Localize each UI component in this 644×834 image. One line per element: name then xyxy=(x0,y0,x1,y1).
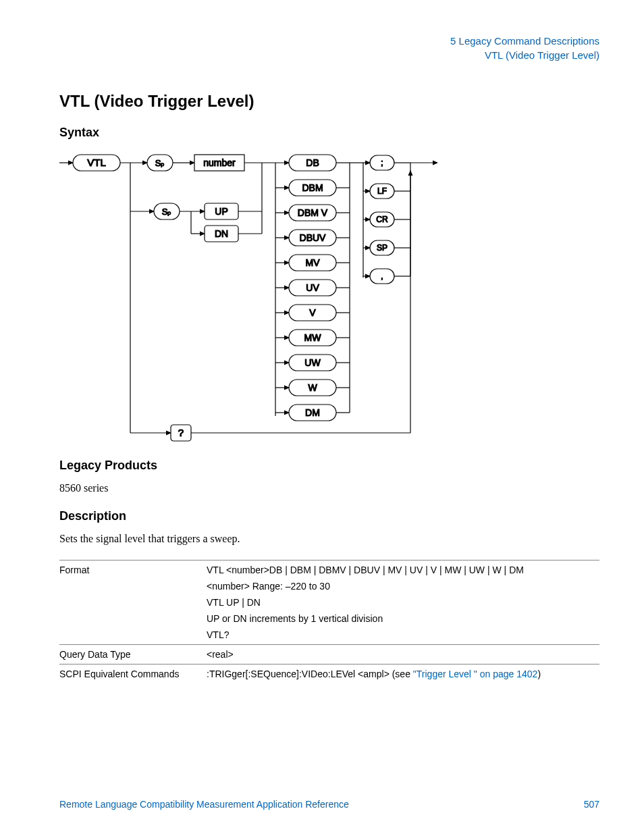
header-chapter: 5 Legacy Command Descriptions xyxy=(59,34,599,48)
diagram-terminator: LF xyxy=(377,186,387,196)
table-row: Query Data Type <real> xyxy=(59,645,599,664)
table-label-format: Format xyxy=(59,561,207,645)
page-header: 5 Legacy Command Descriptions VTL (Video… xyxy=(59,34,599,62)
diagram-terminator: SP xyxy=(377,243,387,253)
diagram-unit: DBM xyxy=(302,182,323,193)
diagram-unit: DBM V xyxy=(298,207,328,218)
table-value-querytype: <real> xyxy=(207,645,599,664)
table-row: Format VTL <number>DB | DBM | DBMV | DBU… xyxy=(59,561,599,645)
diagram-terminator: , xyxy=(381,271,383,281)
diagram-unit: MW xyxy=(304,332,322,343)
diagram-unit: DM xyxy=(305,407,320,418)
legacy-products-heading: Legacy Products xyxy=(59,459,599,473)
diagram-dn: DN xyxy=(215,228,228,239)
diagram-start: VTL xyxy=(87,157,106,168)
diagram-terminator: CR xyxy=(376,215,388,224)
table-label-scpi: SCPI Equivalent Commands xyxy=(59,664,207,684)
diagram-unit: UW xyxy=(304,357,321,368)
footer-page-number: 507 xyxy=(584,799,599,810)
diagram-up: UP xyxy=(215,206,227,217)
page-title: VTL (Video Trigger Level) xyxy=(59,92,599,111)
table-label-querytype: Query Data Type xyxy=(59,645,207,664)
table-value-scpi: :TRIGger[:SEQuence]:VIDeo:LEVel <ampl> (… xyxy=(207,664,599,684)
description-text: Sets the signal level that triggers a sw… xyxy=(59,533,599,545)
diagram-terminator: ; xyxy=(381,158,383,167)
legacy-products-text: 8560 series xyxy=(59,482,599,494)
table-value-format: VTL <number>DB | DBM | DBMV | DBUV | MV … xyxy=(207,561,599,645)
header-section: VTL (Video Trigger Level) xyxy=(59,48,599,62)
diagram-unit: MV xyxy=(306,257,321,268)
diagram-number: number xyxy=(203,157,236,168)
diagram-sp1: Sₚ xyxy=(155,158,165,168)
description-heading: Description xyxy=(59,509,599,523)
diagram-query: ? xyxy=(178,427,184,438)
diagram-unit: UV xyxy=(306,282,319,293)
syntax-diagram: VTL Sₚ number DBDBMDBM VDBUVMVUVVMWUWWDM… xyxy=(59,149,437,446)
syntax-heading: Syntax xyxy=(59,126,599,140)
diagram-unit: DB xyxy=(306,157,319,168)
scpi-link[interactable]: "Trigger Level " on page 1402 xyxy=(413,669,538,679)
spec-table: Format VTL <number>DB | DBM | DBMV | DBU… xyxy=(59,560,599,683)
diagram-sp2: Sₚ xyxy=(162,207,172,217)
diagram-unit: DBUV xyxy=(300,232,327,243)
footer-doc-title: Remote Language Compatibility Measuremen… xyxy=(59,799,349,810)
table-row: SCPI Equivalent Commands :TRIGger[:SEQue… xyxy=(59,664,599,684)
page-footer: Remote Language Compatibility Measuremen… xyxy=(59,799,599,810)
diagram-unit: W xyxy=(308,382,317,393)
diagram-unit: V xyxy=(309,307,316,318)
